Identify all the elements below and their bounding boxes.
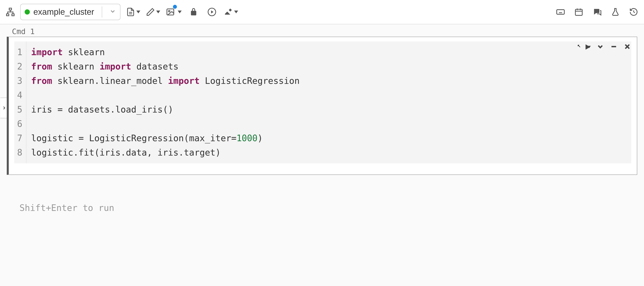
workspace-tree-button[interactable] <box>4 4 17 20</box>
svg-rect-1 <box>6 14 9 16</box>
comments-button[interactable] <box>591 4 604 20</box>
image-menu-button[interactable] <box>166 4 182 20</box>
svg-rect-0 <box>9 8 12 10</box>
notebook-toolbar: example_cluster <box>0 0 644 24</box>
caret-down-icon <box>234 11 238 13</box>
cluster-selector[interactable]: example_cluster <box>20 4 120 20</box>
chevron-down-icon[interactable] <box>106 7 119 17</box>
revision-history-button[interactable] <box>627 4 640 20</box>
svg-rect-10 <box>557 10 564 14</box>
minimize-cell-button[interactable] <box>610 43 618 51</box>
keyboard-shortcuts-button[interactable] <box>554 4 567 20</box>
caret-down-icon <box>588 46 591 48</box>
code-content[interactable]: import sklearnfrom sklearn import datase… <box>26 41 304 163</box>
svg-point-7 <box>168 10 170 12</box>
permissions-button[interactable] <box>187 4 200 20</box>
file-menu-button[interactable] <box>126 4 140 20</box>
notification-dot-icon <box>173 5 177 9</box>
clear-menu-button[interactable] <box>224 4 238 20</box>
move-cell-down-button[interactable] <box>596 43 604 51</box>
edit-menu-button[interactable] <box>146 4 160 20</box>
run-all-button[interactable] <box>206 4 218 20</box>
run-hint: Shift+Enter to run <box>20 203 644 213</box>
divider <box>102 6 102 18</box>
caret-down-icon <box>178 11 182 13</box>
caret-down-icon <box>136 11 140 13</box>
cell-controls <box>584 43 631 51</box>
svg-marker-9 <box>211 10 214 13</box>
cell-label: Cmd 1 <box>12 27 644 36</box>
run-cell-button[interactable] <box>584 43 591 51</box>
code-editor[interactable]: 12345678 import sklearnfrom sklearn impo… <box>14 41 631 163</box>
line-number-gutter: 12345678 <box>14 41 26 163</box>
schedule-button[interactable] <box>572 4 585 20</box>
experiments-button[interactable] <box>609 4 622 20</box>
svg-line-21 <box>634 12 635 13</box>
cluster-name: example_cluster <box>34 7 94 17</box>
code-cell[interactable]: 12345678 import sklearnfrom sklearn impo… <box>7 37 637 175</box>
svg-rect-2 <box>12 14 14 16</box>
cluster-status-dot <box>25 9 30 15</box>
svg-rect-16 <box>576 9 582 16</box>
delete-cell-button[interactable] <box>623 43 631 51</box>
caret-down-icon <box>156 11 160 13</box>
